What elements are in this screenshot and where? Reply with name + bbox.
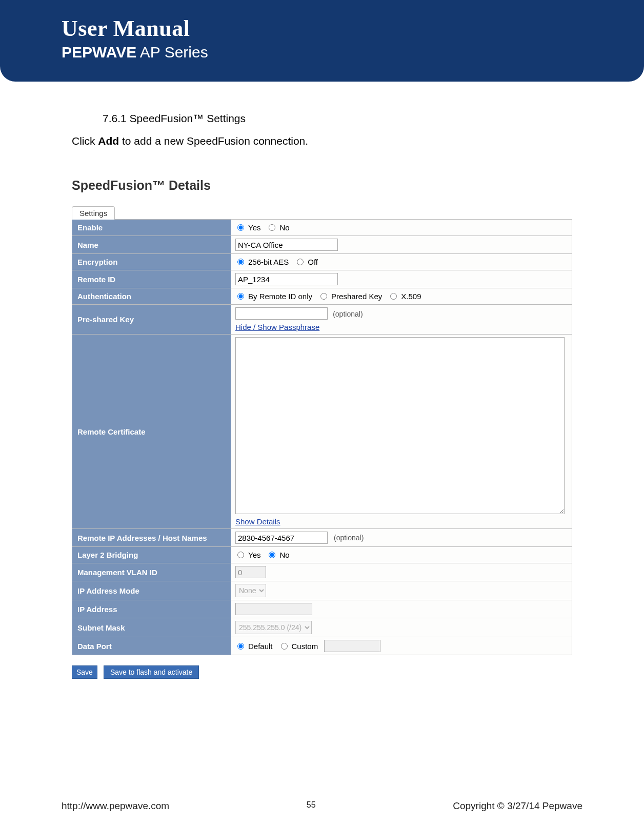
dataport-default-label: Default <box>248 642 273 651</box>
remote-ip-input[interactable] <box>235 532 328 544</box>
details-title: SpeedFusion™ Details <box>72 178 572 193</box>
encryption-off-label: Off <box>308 258 318 266</box>
encryption-off-radio[interactable] <box>297 259 304 265</box>
l2-no-label: No <box>279 551 289 559</box>
document-content: 7.6.1 SpeedFusion™ Settings Click Add to… <box>0 112 644 679</box>
tab-settings[interactable]: Settings <box>72 206 115 220</box>
value-enable: Yes No <box>231 220 572 236</box>
value-l2-bridging: Yes No <box>231 547 572 563</box>
row-data-port: Data Port Default Custom <box>72 637 572 655</box>
value-remote-ip: (optional) <box>231 529 572 546</box>
row-remote-cert: Remote Certificate Show Details <box>72 334 572 528</box>
intro-post: to add a new SpeedFusion connection. <box>119 135 308 147</box>
enable-yes-label: Yes <box>248 223 260 232</box>
footer-page: 55 <box>307 800 316 812</box>
row-encryption: Encryption 256-bit AES Off <box>72 253 572 270</box>
value-data-port: Default Custom <box>231 637 572 655</box>
value-encryption: 256-bit AES Off <box>231 254 572 270</box>
value-psk: (optional) Hide / Show Passphrase <box>231 305 572 334</box>
section-heading: 7.6.1 SpeedFusion™ Settings <box>72 112 572 125</box>
enable-yes-radio[interactable] <box>237 224 244 231</box>
enable-no-label: No <box>279 223 289 232</box>
intro-pre: Click <box>72 135 98 147</box>
vlan-input[interactable] <box>235 566 266 578</box>
dataport-custom-input[interactable] <box>324 640 380 652</box>
row-enable: Enable Yes No <box>72 220 572 236</box>
save-activate-button[interactable]: Save to flash and activate <box>104 665 199 679</box>
document-header: User Manual PEPWAVE AP Series <box>0 0 644 82</box>
label-enable: Enable <box>72 220 231 236</box>
row-psk: Pre-shared Key (optional) Hide / Show Pa… <box>72 304 572 334</box>
label-remote-ip: Remote IP Addresses / Host Names <box>72 529 231 546</box>
value-ip-address <box>231 600 572 618</box>
value-remote-id <box>231 270 572 288</box>
dataport-default-radio[interactable] <box>237 643 244 650</box>
row-vlan: Management VLAN ID <box>72 563 572 581</box>
auth-psk-radio[interactable] <box>320 293 327 300</box>
value-authentication: By Remote ID only Preshared Key X.509 <box>231 288 572 304</box>
save-button[interactable]: Save <box>72 665 97 679</box>
value-remote-cert: Show Details <box>231 335 572 528</box>
l2-yes-radio[interactable] <box>237 552 244 558</box>
psk-toggle-link[interactable]: Hide / Show Passphrase <box>235 323 568 331</box>
label-l2-bridging: Layer 2 Bridging <box>72 547 231 563</box>
auth-x509-radio[interactable] <box>390 293 397 300</box>
label-psk: Pre-shared Key <box>72 305 231 334</box>
row-subnet: Subnet Mask 255.255.255.0 (/24) <box>72 618 572 637</box>
value-subnet: 255.255.255.0 (/24) <box>231 618 572 637</box>
label-vlan: Management VLAN ID <box>72 563 231 581</box>
show-details-link[interactable]: Show Details <box>235 517 568 526</box>
value-vlan <box>231 563 572 581</box>
label-ip-address: IP Address <box>72 600 231 618</box>
remote-cert-textarea[interactable] <box>235 337 565 514</box>
footer-copyright: Copyright © 3/27/14 Pepwave <box>453 800 582 812</box>
enable-no-radio[interactable] <box>269 224 275 231</box>
label-subnet: Subnet Mask <box>72 618 231 637</box>
label-authentication: Authentication <box>72 288 231 304</box>
encryption-aes-label: 256-bit AES <box>248 258 289 266</box>
footer-url: http://www.pepwave.com <box>62 800 169 812</box>
encryption-aes-radio[interactable] <box>237 259 244 265</box>
auth-byid-radio[interactable] <box>237 293 244 300</box>
psk-optional: (optional) <box>333 310 363 318</box>
label-encryption: Encryption <box>72 254 231 270</box>
intro-text: Click Add to add a new SpeedFusion conne… <box>72 135 572 147</box>
dataport-custom-label: Custom <box>292 642 318 651</box>
row-remote-ip: Remote IP Addresses / Host Names (option… <box>72 528 572 546</box>
auth-psk-label: Preshared Key <box>331 292 382 301</box>
remote-ip-optional: (optional) <box>334 534 364 542</box>
remote-id-input[interactable] <box>235 273 338 285</box>
value-ip-mode: None <box>231 581 572 600</box>
series-name: AP Series <box>136 44 208 61</box>
row-ip-address: IP Address <box>72 600 572 618</box>
label-remote-id: Remote ID <box>72 270 231 288</box>
dataport-custom-radio[interactable] <box>281 643 288 650</box>
label-data-port: Data Port <box>72 637 231 655</box>
header-subtitle: PEPWAVE AP Series <box>62 44 582 61</box>
ip-address-input[interactable] <box>235 603 312 615</box>
auth-x509-label: X.509 <box>401 292 421 301</box>
row-name: Name <box>72 236 572 253</box>
brand-name: PEPWAVE <box>62 44 136 61</box>
page: User Manual PEPWAVE AP Series 7.6.1 Spee… <box>0 0 644 824</box>
row-remote-id: Remote ID <box>72 270 572 288</box>
ip-mode-select[interactable]: None <box>235 584 266 597</box>
auth-byid-label: By Remote ID only <box>248 292 312 301</box>
row-authentication: Authentication By Remote ID only Preshar… <box>72 288 572 304</box>
row-l2-bridging: Layer 2 Bridging Yes No <box>72 546 572 563</box>
subnet-select[interactable]: 255.255.255.0 (/24) <box>235 621 312 634</box>
page-footer: http://www.pepwave.com 55 Copyright © 3/… <box>0 800 644 812</box>
row-ip-mode: IP Address Mode None <box>72 581 572 600</box>
label-remote-cert: Remote Certificate <box>72 335 231 528</box>
settings-table: Enable Yes No Name Encryption <box>72 219 572 655</box>
intro-bold: Add <box>98 135 119 147</box>
l2-no-radio[interactable] <box>269 552 275 558</box>
l2-yes-label: Yes <box>248 551 260 559</box>
name-input[interactable] <box>235 239 338 251</box>
label-ip-mode: IP Address Mode <box>72 581 231 600</box>
button-row: Save Save to flash and activate <box>72 665 572 679</box>
header-title: User Manual <box>62 15 582 42</box>
value-name <box>231 236 572 253</box>
psk-input[interactable] <box>235 307 328 320</box>
label-name: Name <box>72 236 231 253</box>
